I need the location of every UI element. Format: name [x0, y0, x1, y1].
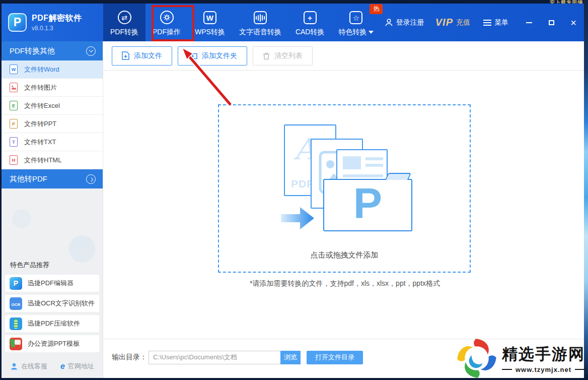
minimize-icon [526, 22, 532, 23]
image-file-icon [10, 83, 18, 92]
maximize-button[interactable] [546, 17, 557, 28]
word-file-icon: W [10, 65, 18, 74]
sidebar-item-to-image[interactable]: 文件转图片 [2, 79, 103, 97]
desktop-clipped-text: 安卜载专用编 [550, 0, 583, 4]
tab-pdf-convert[interactable]: ⇄ PDF转换 [103, 4, 145, 41]
add-file-button[interactable]: 添加文件 [112, 46, 172, 66]
menu-button[interactable]: 菜单 [483, 18, 508, 27]
output-dir-label: 输出目录： [112, 353, 147, 362]
titlebar: P PDF解密软件 v8.0.1.3 ⇄ PDF转换 [2, 4, 584, 41]
supported-formats-note: *请添加需要转换的文件，支持pdf，xls，xlsx，ppt，pptx格式 [154, 279, 536, 288]
user-icon [385, 18, 393, 27]
sidebar-footer-links: 在线客服 e 官网地址 [2, 355, 103, 378]
promo-header: 特色产品推荐 [10, 261, 103, 270]
desktop-background: 安卜载专用编 P PDF解密软件 v8.0.1.3 ⇄ PDF转换 [0, 0, 588, 380]
zip-compress-icon [10, 318, 22, 330]
window-controls: × [524, 17, 579, 28]
vip-icon: VIP [435, 17, 453, 28]
ocr-icon: OCR [10, 297, 22, 310]
sound-wave-icon [254, 11, 267, 24]
output-bar-divider [103, 339, 584, 339]
vip-recharge-button[interactable]: VIP 充值 [435, 17, 470, 28]
hamburger-icon [483, 20, 491, 21]
browser-e-icon: e [60, 362, 65, 370]
desktop-bottom-strip [0, 378, 588, 380]
close-button[interactable]: × [568, 17, 579, 28]
star-convert-icon: ☆ [349, 11, 362, 24]
output-bar: 输出目录： 浏览 打开文件目录 [112, 350, 363, 364]
promo-pdf-editor[interactable]: P 迅捷PDF编辑器 [5, 275, 99, 292]
convert-arrows-icon: ⇄ [118, 11, 131, 24]
file-dropzone[interactable]: A PDF [218, 104, 471, 273]
folder-p-logo: P [353, 181, 382, 225]
online-support-link[interactable]: 在线客服 [10, 362, 47, 371]
folder-illustration: P [323, 179, 412, 231]
promo-section: 特色产品推荐 P 迅捷PDF编辑器 OCR 迅捷OCR文字识别软件 [2, 261, 103, 378]
cad-crosshair-icon: + [304, 11, 317, 24]
tab-pdf-operate[interactable]: PDF操作 [145, 4, 188, 41]
chevron-down-icon [369, 31, 374, 34]
arrow-into-folder-icon [281, 206, 314, 230]
desktop-right-strip [584, 0, 588, 380]
trash-icon [263, 52, 270, 60]
tab-special-convert[interactable]: 热 ☆ 特色转换 [331, 4, 381, 41]
chevron-right-circle-icon [86, 174, 96, 184]
chevron-down-circle-icon [86, 46, 96, 56]
sidebar-item-to-excel[interactable]: E 文件转Excel [2, 97, 103, 115]
sidebar-item-to-html[interactable]: H 文件转HTML [2, 151, 103, 169]
sidebar-section-pdf-to-other[interactable]: PDF转换其他 [2, 41, 103, 60]
main-nav-tabs: ⇄ PDF转换 PDF操作 W WPS转换 [103, 4, 381, 41]
desktop-top-strip: 安卜载专用编 [0, 0, 588, 4]
support-person-icon [10, 362, 18, 370]
file-plus-icon [122, 51, 129, 60]
tab-cad-convert[interactable]: + CAD转换 [288, 4, 332, 41]
clear-list-button[interactable]: 清空列表 [253, 46, 313, 66]
main-panel: 添加文件 添加文件夹 清空列表 [103, 41, 584, 378]
promo-ppt-templates[interactable]: 办公资源PPT模板 [5, 335, 99, 352]
excel-file-icon: E [10, 101, 18, 110]
output-dir-input[interactable] [149, 351, 280, 364]
ppt-file-icon: P [10, 119, 18, 129]
official-site-link[interactable]: e 官网地址 [60, 362, 94, 371]
html-file-icon: H [10, 155, 18, 165]
maximize-icon [549, 20, 554, 25]
folder-plus-icon [188, 52, 197, 59]
txt-file-icon: T [10, 137, 18, 147]
gear-icon [160, 11, 174, 24]
titlebar-right: 登录注册 VIP 充值 菜单 × [385, 4, 584, 41]
browse-button[interactable]: 浏览 [280, 351, 301, 364]
app-window: P PDF解密软件 v8.0.1.3 ⇄ PDF转换 [2, 4, 584, 378]
wps-icon: W [203, 11, 216, 24]
promo-pdf-compressor[interactable]: 迅捷PDF压缩软件 [5, 315, 99, 332]
sidebar: PDF转换其他 W 文件转Word 文件转图片 E 文件转Excel [2, 41, 103, 378]
dropzone-caption: 点击或拖拽文件添加 [219, 250, 470, 260]
tab-text-speech-convert[interactable]: 文字语音转换 [232, 4, 288, 41]
toolbar: 添加文件 添加文件夹 清空列表 [103, 41, 584, 71]
login-register-button[interactable]: 登录注册 [385, 18, 424, 27]
sidebar-item-to-txt[interactable]: T 文件转TXT [2, 133, 103, 151]
sidebar-section-other-to-pdf[interactable]: 其他转PDF [2, 169, 103, 188]
minimize-button[interactable] [524, 17, 535, 28]
sidebar-item-to-ppt[interactable]: P 文件转PPT [2, 115, 103, 133]
tab-wps-convert[interactable]: W WPS转换 [188, 4, 232, 41]
hot-badge: 热 [370, 4, 383, 14]
app-version: v8.0.1.3 [32, 25, 82, 32]
pdf-editor-icon: P [10, 277, 22, 290]
add-folder-button[interactable]: 添加文件夹 [178, 46, 247, 66]
app-logo-icon: P [8, 13, 27, 32]
promo-ocr-software[interactable]: OCR 迅捷OCR文字识别软件 [5, 295, 99, 312]
app-brand: P PDF解密软件 v8.0.1.3 [2, 4, 103, 41]
open-directory-button[interactable]: 打开文件目录 [307, 351, 363, 364]
sidebar-item-to-word[interactable]: W 文件转Word [2, 60, 103, 79]
ppt-template-icon [10, 338, 22, 350]
app-title: PDF解密软件 [32, 13, 82, 24]
